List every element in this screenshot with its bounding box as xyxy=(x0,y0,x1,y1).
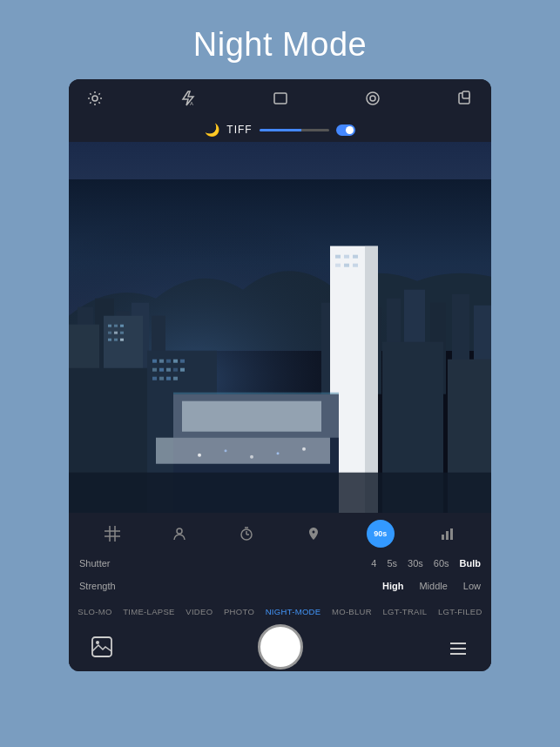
svg-rect-51 xyxy=(173,367,178,371)
svg-rect-24 xyxy=(108,324,111,326)
svg-rect-44 xyxy=(159,359,164,362)
svg-point-68 xyxy=(250,454,253,458)
shutter-val-30s[interactable]: 30s xyxy=(408,558,423,569)
svg-point-70 xyxy=(302,447,306,450)
shutter-inner xyxy=(261,628,300,666)
night-badge-label: 90s xyxy=(374,529,387,538)
tab-mo-blur[interactable]: MO-BLUR xyxy=(328,605,375,618)
svg-rect-49 xyxy=(159,367,164,371)
bottom-action-row xyxy=(69,626,491,671)
tab-night-mode[interactable]: NIGHT-MODE xyxy=(262,605,325,618)
sub-toolbar: 🌙 TIFF xyxy=(69,118,491,142)
live-icon[interactable] xyxy=(361,86,385,111)
shutter-val-60s[interactable]: 60s xyxy=(434,558,449,569)
svg-point-76 xyxy=(177,528,182,534)
timer-gallery-icon[interactable] xyxy=(453,86,477,111)
shutter-values: 4 5s 30s 60s Bulb xyxy=(371,558,481,569)
shutter-label: Shutter xyxy=(79,558,140,569)
svg-rect-38 xyxy=(353,254,358,258)
strength-middle[interactable]: Middle xyxy=(419,581,447,591)
aspect-ratio-icon[interactable] xyxy=(268,86,293,111)
svg-rect-31 xyxy=(114,338,118,340)
svg-rect-81 xyxy=(442,535,444,540)
shutter-val-4[interactable]: 4 xyxy=(371,558,376,569)
svg-rect-48 xyxy=(152,367,157,371)
svg-rect-25 xyxy=(114,324,118,326)
svg-rect-36 xyxy=(335,254,341,258)
strength-low[interactable]: Low xyxy=(463,581,481,591)
svg-text:A: A xyxy=(190,101,193,106)
camera-view xyxy=(69,142,491,513)
svg-point-69 xyxy=(277,452,280,454)
cityscape xyxy=(69,142,491,513)
tab-photo[interactable]: PHOTO xyxy=(220,605,258,618)
svg-rect-29 xyxy=(120,331,124,333)
svg-rect-59 xyxy=(182,400,321,431)
mode-tabs: SLO-MO TIME-LAPSE VIDEO PHOTO NIGHT-MODE… xyxy=(69,596,491,626)
svg-rect-82 xyxy=(446,531,449,540)
svg-rect-65 xyxy=(69,472,491,513)
svg-point-3 xyxy=(367,92,379,104)
strength-high[interactable]: High xyxy=(382,581,403,591)
portrait-icon[interactable] xyxy=(165,520,193,548)
svg-rect-53 xyxy=(152,376,157,380)
night-mode-moon-icon: 🌙 xyxy=(205,123,219,137)
svg-rect-71 xyxy=(173,392,339,394)
settings-icon[interactable] xyxy=(83,86,107,111)
mode-icons-row: 90s xyxy=(69,513,491,551)
cityscape-svg xyxy=(69,179,491,513)
svg-point-0 xyxy=(92,96,98,101)
format-label: TIFF xyxy=(226,124,252,136)
svg-rect-52 xyxy=(180,367,185,371)
svg-rect-55 xyxy=(166,376,171,380)
svg-rect-46 xyxy=(173,359,178,362)
svg-rect-6 xyxy=(462,91,469,98)
svg-point-66 xyxy=(198,453,201,456)
gallery-icon[interactable] xyxy=(86,631,118,663)
flash-auto-icon[interactable]: A xyxy=(175,86,199,111)
tab-video[interactable]: VIDEO xyxy=(182,605,216,618)
svg-rect-83 xyxy=(450,528,453,540)
svg-point-67 xyxy=(225,449,227,452)
stats-icon[interactable] xyxy=(434,520,462,548)
location-icon[interactable] xyxy=(300,520,327,548)
svg-point-85 xyxy=(96,641,99,644)
svg-rect-84 xyxy=(92,637,111,656)
timer-icon[interactable] xyxy=(233,520,260,548)
tab-slo-mo[interactable]: SLO-MO xyxy=(74,605,115,618)
svg-rect-40 xyxy=(344,263,349,266)
svg-rect-54 xyxy=(159,376,164,380)
svg-rect-56 xyxy=(173,376,178,380)
tab-lgt-trail[interactable]: LGT-TRAIL xyxy=(380,605,431,618)
svg-rect-27 xyxy=(108,331,111,333)
night-active-icon[interactable]: 90s xyxy=(367,520,395,548)
svg-rect-41 xyxy=(353,263,358,266)
strength-label: Strength xyxy=(79,581,140,591)
phone-frame: A 🌙 TIFF xyxy=(69,79,491,671)
svg-rect-26 xyxy=(120,324,124,326)
svg-rect-30 xyxy=(108,338,111,340)
tab-time-lapse[interactable]: TIME-LAPSE xyxy=(119,605,179,618)
bottom-controls: 90s Shutter 4 5s 30s 60s Bulb xyxy=(69,513,491,671)
tab-lgt-filed[interactable]: LGT-FILED xyxy=(435,605,486,618)
shutter-val-5s[interactable]: 5s xyxy=(387,558,397,569)
menu-icon[interactable] xyxy=(442,631,474,663)
svg-rect-43 xyxy=(152,359,157,362)
shutter-button[interactable] xyxy=(258,624,303,670)
toggle-switch[interactable] xyxy=(336,124,355,136)
svg-rect-50 xyxy=(166,367,171,371)
shutter-row: Shutter 4 5s 30s 60s Bulb xyxy=(69,551,491,575)
svg-rect-37 xyxy=(344,254,349,258)
tiff-slider[interactable] xyxy=(260,129,329,131)
page-title: Night Mode xyxy=(193,26,367,64)
svg-rect-28 xyxy=(114,331,118,333)
strength-values: High Middle Low xyxy=(382,581,481,591)
strength-row: Strength High Middle Low xyxy=(69,575,491,596)
grid-icon[interactable] xyxy=(98,520,126,548)
svg-rect-39 xyxy=(335,263,341,266)
svg-rect-32 xyxy=(120,338,124,340)
svg-rect-47 xyxy=(180,359,185,362)
svg-rect-2 xyxy=(274,93,287,104)
shutter-val-bulb[interactable]: Bulb xyxy=(460,558,481,569)
svg-point-4 xyxy=(370,96,375,101)
